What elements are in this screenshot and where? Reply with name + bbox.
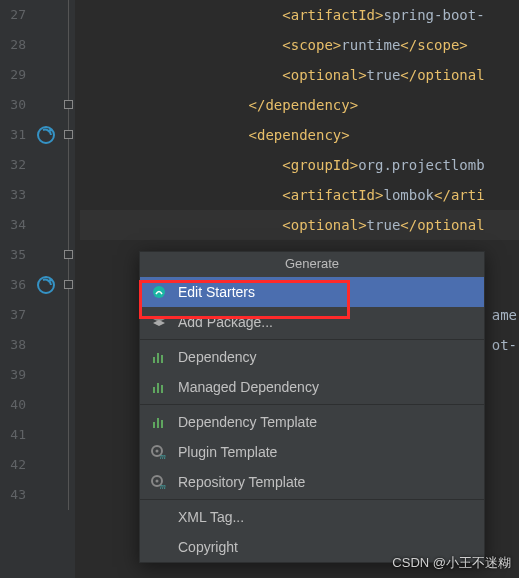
gutter-icons [32,0,62,578]
menu-item-plugin-template[interactable]: mPlugin Template [140,437,484,467]
bars-icon [150,414,168,430]
none-icon [150,509,168,525]
svg-point-20 [156,480,159,483]
line-number: 43 [0,480,26,510]
menu-item-label: Repository Template [178,474,305,490]
svg-rect-9 [161,355,163,363]
bars-icon [150,379,168,395]
line-number: 39 [0,360,26,390]
menu-item-label: Dependency [178,349,257,365]
svg-rect-10 [153,387,155,393]
fold-toggle-icon[interactable] [64,100,73,109]
line-number: 36 [0,270,26,300]
svg-rect-7 [153,357,155,363]
svg-rect-15 [161,420,163,428]
menu-item-label: XML Tag... [178,509,244,525]
menu-item-label: Edit Starters [178,284,255,300]
line-number: 27 [0,0,26,30]
svg-text:m: m [160,452,166,460]
menu-item-label: Dependency Template [178,414,317,430]
gear-m-icon: m [150,474,168,490]
menu-item-managed-dependency[interactable]: Managed Dependency [140,372,484,402]
generate-popup: Generate Edit StartersAdd Package...Depe… [139,251,485,563]
menu-item-label: Managed Dependency [178,379,319,395]
line-number: 33 [0,180,26,210]
line-number: 29 [0,60,26,90]
svg-text:m: m [160,482,166,490]
code-line[interactable]: <scope>runtime</scope> [80,30,519,60]
watermark: CSDN @小王不迷糊 [392,554,511,572]
bars-icon [150,349,168,365]
run-gutter-icon[interactable] [36,275,56,295]
svg-rect-13 [153,422,155,428]
run-gutter-icon[interactable] [36,125,56,145]
code-line[interactable]: <optional>true</optional [80,60,519,90]
gear-m-icon: m [150,444,168,460]
stack-icon [150,314,168,330]
code-line[interactable]: </dependency> [80,90,519,120]
menu-separator [140,339,484,340]
code-line[interactable]: <groupId>org.projectlomb [80,150,519,180]
svg-point-17 [156,450,159,453]
line-numbers: 2728293031323334353637383940414243 [0,0,32,578]
none-icon [150,539,168,555]
line-number: 34 [0,210,26,240]
line-number: 37 [0,300,26,330]
menu-item-dependency-template[interactable]: Dependency Template [140,407,484,437]
menu-item-dependency[interactable]: Dependency [140,342,484,372]
code-line[interactable]: <artifactId>lombok</arti [80,180,519,210]
menu-item-label: Copyright [178,539,238,555]
svg-rect-14 [157,418,159,428]
line-number: 31 [0,120,26,150]
line-number: 40 [0,390,26,420]
svg-marker-6 [153,320,165,326]
menu-item-label: Add Package... [178,314,273,330]
line-number: 38 [0,330,26,360]
fold-toggle-icon[interactable] [64,130,73,139]
svg-rect-11 [157,383,159,393]
line-number: 28 [0,30,26,60]
popup-title: Generate [140,252,484,277]
menu-item-add-package[interactable]: Add Package... [140,307,484,337]
fold-toggle-icon[interactable] [64,250,73,259]
menu-item-edit-starters[interactable]: Edit Starters [140,277,484,307]
svg-rect-8 [157,353,159,363]
line-number: 35 [0,240,26,270]
menu-item-xml-tag[interactable]: XML Tag... [140,502,484,532]
menu-item-repository-template[interactable]: mRepository Template [140,467,484,497]
line-number: 30 [0,90,26,120]
menu-separator [140,499,484,500]
fold-toggle-icon[interactable] [64,280,73,289]
svg-rect-12 [161,385,163,393]
code-line[interactable]: <dependency> [80,120,519,150]
line-number: 32 [0,150,26,180]
menu-separator [140,404,484,405]
menu-item-label: Plugin Template [178,444,277,460]
line-number: 41 [0,420,26,450]
fold-column [62,0,76,578]
code-line[interactable]: <optional>true</optional [80,210,519,240]
code-line[interactable]: <artifactId>spring-boot- [80,0,519,30]
circle-teal-icon [150,284,168,300]
line-number: 42 [0,450,26,480]
